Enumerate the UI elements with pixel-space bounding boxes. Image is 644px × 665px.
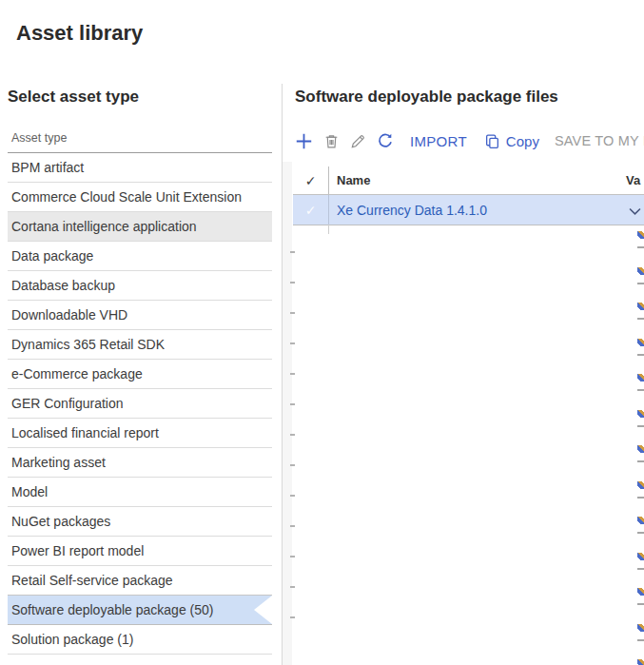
clipped-cell-artifact [637, 410, 644, 418]
asset-type-item-label: GER Configuration [11, 396, 124, 411]
clipped-cell-artifact [290, 495, 295, 497]
clipped-cell-artifact [637, 568, 644, 570]
plus-icon [295, 132, 313, 150]
row-checkbox[interactable]: ✓ [293, 195, 328, 225]
import-button[interactable]: IMPORT [410, 133, 467, 149]
copy-button-label: Copy [506, 133, 539, 149]
clipped-cell-artifact [637, 246, 644, 248]
asset-type-list: Asset type BPM artifactCommerce Cloud Sc… [8, 124, 272, 655]
refresh-icon [377, 132, 394, 149]
asset-type-item-label: Solution package (1) [11, 632, 133, 647]
checkmark-icon: ✓ [305, 173, 317, 188]
column-separator-stub [328, 225, 329, 234]
checkmark-icon: ✓ [305, 203, 317, 218]
asset-type-item-label: Database backup [11, 278, 115, 293]
clipped-cell-artifact [290, 373, 295, 375]
edit-button[interactable] [350, 133, 366, 149]
asset-type-item-label: Retail Self-service package [11, 573, 173, 588]
asset-type-item[interactable]: Dynamics 365 Retail SDK [8, 330, 272, 360]
asset-type-item-label: Software deployable package (50) [11, 602, 213, 617]
asset-type-item-label: Localised financial report [11, 425, 159, 440]
clipped-cell-artifact [637, 283, 644, 284]
grid-toolbar: IMPORT Copy SAVE TO MY LIBRA [295, 127, 644, 154]
asset-type-item[interactable]: NuGet packages [8, 507, 272, 537]
pencil-icon [350, 133, 366, 149]
clipped-cell-artifact [637, 389, 644, 391]
asset-type-item[interactable]: Commerce Cloud Scale Unit Extension [8, 183, 272, 212]
asset-type-item-label: NuGet packages [11, 514, 110, 529]
clipped-cell-artifact [290, 251, 295, 253]
clipped-cell-artifact [637, 374, 644, 381]
clipped-cell-artifact [637, 354, 644, 356]
asset-type-column-header: Asset type [8, 124, 272, 153]
select-all-checkbox[interactable]: ✓ [293, 166, 328, 194]
clipped-cell-artifact [637, 303, 644, 310]
asset-type-item-label: Marketing asset [11, 455, 106, 470]
asset-type-item-label: Commerce Cloud Scale Unit Extension [11, 189, 242, 205]
asset-type-item-label: Downloadable VHD [11, 307, 127, 323]
trash-icon [323, 133, 340, 149]
asset-type-item[interactable]: Downloadable VHD [8, 301, 272, 330]
clipped-cell-artifact [290, 434, 295, 436]
clipped-cell-artifact [290, 312, 295, 314]
clipped-cell-artifact [637, 460, 644, 462]
clipped-cell-artifact [290, 464, 295, 466]
asset-type-item[interactable]: BPM artifact [8, 153, 272, 183]
page-title: Asset library [16, 21, 143, 46]
asset-type-item-label: Power BI report model [11, 543, 144, 558]
asset-type-item-label: Data package [11, 248, 93, 264]
selected-item-notch [254, 596, 272, 624]
asset-type-item[interactable]: Power BI report model [8, 537, 272, 566]
clipped-cell-artifact [290, 342, 295, 344]
left-panel-heading: Select asset type [8, 88, 139, 107]
asset-type-item[interactable]: Solution package (1) [8, 625, 272, 655]
copy-icon [484, 133, 500, 149]
clipped-cell-artifact [637, 532, 644, 534]
clipped-cell-artifact [290, 525, 295, 527]
asset-type-item[interactable]: GER Configuration [8, 389, 272, 419]
add-button[interactable] [295, 132, 313, 150]
copy-button[interactable]: Copy [484, 133, 539, 149]
save-to-my-library-button[interactable]: SAVE TO MY LIBRA [555, 133, 644, 148]
clipped-cell-artifact [290, 282, 295, 284]
asset-type-item-label: Dynamics 365 Retail SDK [11, 337, 165, 352]
column-header-name[interactable]: Name [329, 173, 644, 187]
panel-gutter [283, 162, 292, 665]
clipped-cell-artifact [637, 339, 644, 346]
asset-type-item-label: Cortana intelligence application [11, 219, 197, 234]
delete-button[interactable] [323, 133, 340, 149]
clipped-cell-artifact [637, 425, 644, 427]
refresh-button[interactable] [377, 132, 394, 149]
clipped-cell-artifact [637, 497, 644, 499]
clipped-cell-artifact [290, 616, 295, 618]
clipped-cell-artifact [637, 445, 644, 453]
clipped-cell-artifact [637, 639, 644, 641]
asset-type-item[interactable]: Software deployable package (50) [8, 595, 272, 625]
chevron-down-icon[interactable] [629, 203, 641, 220]
clipped-cell-artifact [290, 556, 295, 557]
clipped-cell-artifact [637, 553, 644, 560]
clipped-cell-artifact [637, 231, 644, 239]
asset-type-item-label: Model [11, 484, 48, 499]
asset-type-item[interactable]: Marketing asset [8, 448, 272, 478]
asset-type-item[interactable]: Localised financial report [8, 419, 272, 448]
asset-type-item[interactable]: Database backup [8, 271, 272, 301]
clipped-cell-artifact [637, 517, 644, 524]
asset-type-item-label: e-Commerce package [11, 366, 143, 381]
clipped-cell-artifact [637, 318, 644, 320]
asset-type-item[interactable]: Model [8, 478, 272, 507]
column-header-validation[interactable]: Va [626, 166, 640, 194]
asset-type-item[interactable]: Cortana intelligence application [8, 212, 272, 242]
clipped-cell-artifact [637, 624, 644, 632]
asset-type-item[interactable]: Retail Self-service package [8, 566, 272, 596]
asset-type-item[interactable]: e-Commerce package [8, 360, 272, 389]
clipped-cell-artifact [290, 586, 295, 588]
table-row[interactable]: ✓ Xe Currency Data 1.4.1.0 [293, 195, 644, 225]
clipped-cell-artifact [637, 659, 644, 665]
asset-type-item[interactable]: Data package [8, 242, 272, 271]
clipped-cell-artifact [637, 267, 644, 275]
clipped-cell-artifact [637, 603, 644, 605]
clipped-cell-artifact [637, 588, 644, 596]
grid-header-row: ✓ Name Va [293, 166, 644, 195]
clipped-cell-artifact [637, 481, 644, 489]
